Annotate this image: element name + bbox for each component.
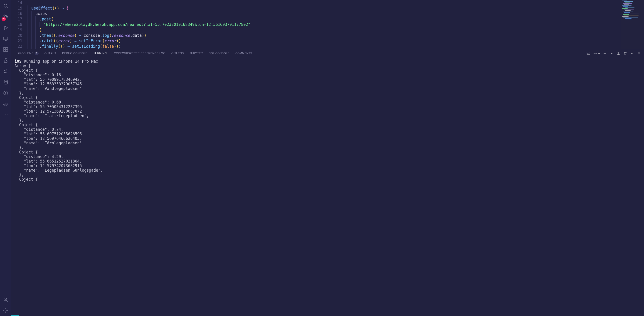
panel-tab-label: JUPYTER xyxy=(190,52,203,55)
status-bar xyxy=(11,315,644,316)
terminal-shell-label: node xyxy=(594,52,600,55)
terminal-dropdown-icon[interactable] xyxy=(610,52,614,55)
test-icon[interactable] xyxy=(0,55,11,66)
remote-indicator[interactable] xyxy=(11,315,19,316)
split-terminal-icon[interactable] xyxy=(617,52,620,55)
svg-rect-26 xyxy=(587,52,590,54)
remote-explorer-icon[interactable] xyxy=(0,33,11,44)
svg-rect-9 xyxy=(4,48,6,49)
more-icon[interactable] xyxy=(0,110,11,120)
svg-point-22 xyxy=(6,115,6,115)
bottom-panel: PROBLEMS1OUTPUTDEBUG CONSOLETERMINALCODE… xyxy=(11,49,644,315)
panel-tab-badge: 1 xyxy=(35,52,38,55)
panel-tab-jupyter[interactable]: JUPYTER xyxy=(187,49,206,57)
svg-rect-19 xyxy=(5,103,6,104)
minimap[interactable] xyxy=(621,0,644,49)
activity-bar: 22 xyxy=(0,0,11,316)
database-icon[interactable] xyxy=(0,77,11,88)
kill-terminal-icon[interactable] xyxy=(624,52,627,55)
run-debug-icon[interactable] xyxy=(0,22,11,33)
maximize-panel-icon[interactable] xyxy=(630,52,634,55)
panel-tab-label: COMMENTS xyxy=(236,52,252,55)
svg-point-4 xyxy=(6,16,8,18)
panel-tab-debug-console[interactable]: DEBUG CONSOLE xyxy=(59,49,90,57)
scm-badge: 22 xyxy=(2,17,6,21)
panel-tab-label: PROBLEMS xyxy=(18,52,34,55)
svg-rect-6 xyxy=(4,37,8,40)
panel-tab-sql-console[interactable]: SQL CONSOLE xyxy=(206,49,232,57)
svg-point-23 xyxy=(7,115,8,115)
panel-tab-label: SQL CONSOLE xyxy=(209,52,230,55)
main-column: 141516171819202122 useEffect(() ⇒ {axios… xyxy=(11,0,644,316)
svg-point-25 xyxy=(5,310,6,311)
panel-tab-terminal[interactable]: TERMINAL xyxy=(90,49,111,57)
panel-tab-label: TERMINAL xyxy=(93,52,108,55)
terminal-content[interactable]: iOS Running app on iPhone 14 Pro Max Arr… xyxy=(11,57,644,315)
panel-tab-label: DEBUG CONSOLE xyxy=(62,52,88,55)
panel-tab-codewhisperer[interactable]: CODEWHISPERER REFERENCE LOG xyxy=(111,49,168,57)
svg-rect-20 xyxy=(6,103,6,104)
search-icon[interactable] xyxy=(0,0,11,11)
live-share-icon[interactable] xyxy=(0,66,11,77)
thunder-icon[interactable] xyxy=(0,88,11,98)
source-control-icon[interactable]: 22 xyxy=(0,11,11,22)
svg-line-1 xyxy=(7,7,8,8)
settings-gear-icon[interactable] xyxy=(0,305,11,316)
svg-point-15 xyxy=(4,91,8,95)
code-content[interactable]: useEffect(() ⇒ {axios.post("https://wher… xyxy=(27,0,644,49)
svg-point-21 xyxy=(4,115,4,115)
svg-point-14 xyxy=(4,80,8,82)
svg-rect-12 xyxy=(6,48,8,49)
panel-tabs: PROBLEMS1OUTPUTDEBUG CONSOLETERMINALCODE… xyxy=(11,49,644,57)
panel-right-controls: node xyxy=(586,52,641,55)
svg-point-0 xyxy=(4,4,7,7)
extensions-icon[interactable] xyxy=(0,44,11,55)
panel-tab-output[interactable]: OUTPUT xyxy=(42,49,59,57)
panel-tab-problems[interactable]: PROBLEMS1 xyxy=(14,49,42,57)
editor[interactable]: 141516171819202122 useEffect(() ⇒ {axios… xyxy=(11,0,644,49)
line-number-gutter: 141516171819202122 xyxy=(11,0,27,49)
close-panel-icon[interactable] xyxy=(637,52,641,55)
panel-tab-comments[interactable]: COMMENTS xyxy=(232,49,255,57)
svg-point-2 xyxy=(4,15,5,16)
panel-tab-label: OUTPUT xyxy=(44,52,56,55)
panel-tab-gitlens[interactable]: GITLENS xyxy=(168,49,187,57)
svg-rect-11 xyxy=(6,50,8,52)
svg-rect-10 xyxy=(4,50,6,52)
svg-point-24 xyxy=(5,298,6,300)
terminal-launch-icon[interactable] xyxy=(586,52,590,55)
svg-marker-5 xyxy=(4,26,8,30)
panel-tab-label: CODEWHISPERER REFERENCE LOG xyxy=(114,52,166,55)
account-icon[interactable] xyxy=(0,294,11,305)
panel-tab-label: GITLENS xyxy=(172,52,184,55)
app-root: 22 xyxy=(0,0,644,316)
new-terminal-icon[interactable] xyxy=(603,52,607,55)
docker-icon[interactable] xyxy=(0,98,11,110)
